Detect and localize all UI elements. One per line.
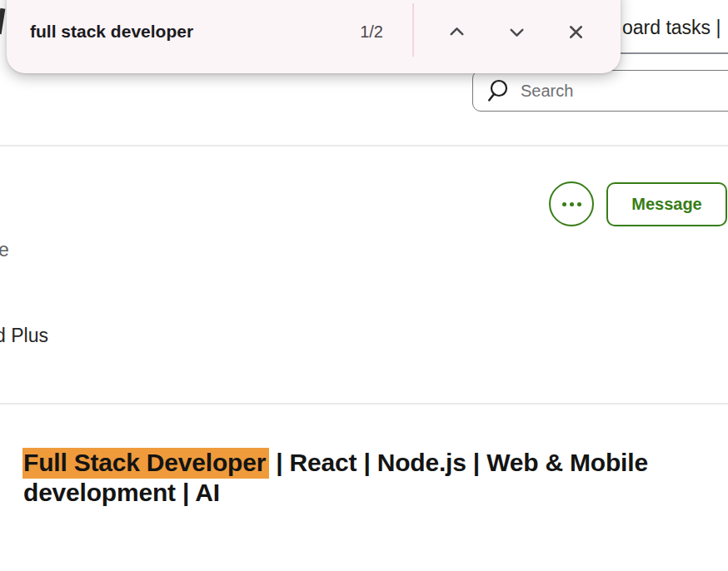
profile-title-rest-line1: | React | Node.js | Web & Mobile [269,449,648,476]
find-input[interactable]: full stack developer [30,21,193,42]
clipped-text-fragment-top: e [0,239,9,261]
clipped-text-fragment-bottom: d Plus [0,325,48,347]
search-icon [486,79,509,102]
section-divider-top [0,145,728,146]
page: oard tasks | full stack developer 1/2 [0,0,728,571]
chevron-up-icon [446,22,467,42]
find-bar-divider [412,3,414,57]
find-previous-button[interactable] [441,16,472,47]
find-close-button[interactable] [560,16,591,47]
browser-chrome-divider [620,52,728,54]
clipped-logo-fragment [0,8,5,35]
find-match-counter: 1/2 [323,22,383,42]
find-next-button[interactable] [501,16,532,47]
close-icon [566,22,586,42]
section-divider-bottom [0,403,728,405]
chevron-down-icon [506,22,527,42]
more-options-button[interactable] [549,181,594,226]
search-box[interactable] [472,70,728,112]
find-match-highlight: Full Stack Developer [22,448,269,479]
search-input[interactable] [519,81,689,102]
find-in-page-bar: full stack developer 1/2 [7,0,621,73]
ellipsis-icon [562,202,581,206]
profile-title: Full Stack Developer | React | Node.js |… [23,448,690,508]
profile-title-line2: development | AI [23,479,220,506]
page-title-fragment: oard tasks | [622,17,721,39]
message-button[interactable]: Message [606,182,727,226]
